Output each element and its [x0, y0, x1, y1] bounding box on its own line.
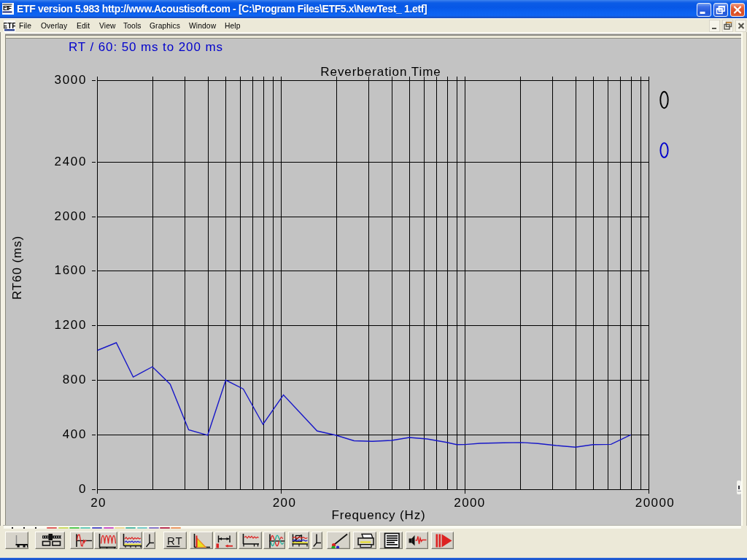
svg-text:RT: RT: [167, 534, 183, 547]
